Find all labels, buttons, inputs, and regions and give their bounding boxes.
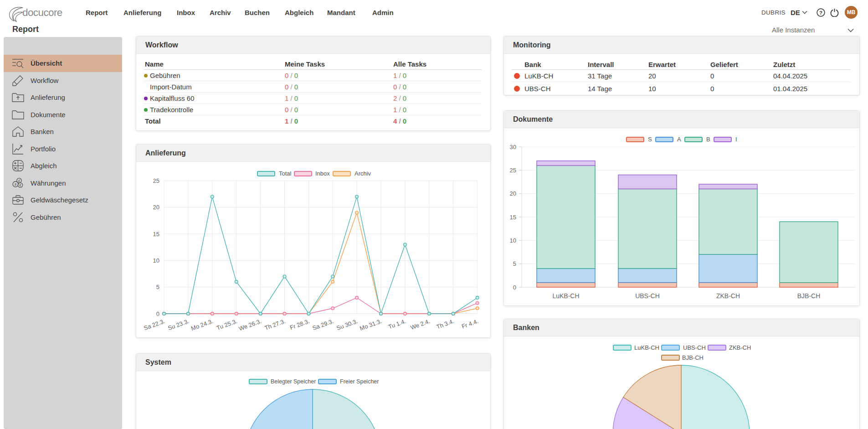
- svg-text:10: 10: [510, 237, 516, 244]
- svg-text:25: 25: [153, 177, 159, 184]
- svg-text:We 26.3.: We 26.3.: [238, 318, 262, 332]
- svg-text:Mo 31.3.: Mo 31.3.: [359, 318, 383, 332]
- svg-text:€: €: [19, 183, 21, 187]
- svg-text:Sa 22.3.: Sa 22.3.: [143, 318, 166, 332]
- svg-text:15: 15: [510, 214, 516, 221]
- svg-text:0: 0: [513, 284, 516, 291]
- svg-text:Fr 4.4.: Fr 4.4.: [461, 318, 479, 330]
- svg-text:Su 30.3.: Su 30.3.: [335, 318, 359, 332]
- svg-text:BJB-CH: BJB-CH: [797, 292, 821, 300]
- svg-text:0: 0: [156, 310, 159, 317]
- svg-text:£: £: [18, 179, 21, 183]
- svg-text:Fr 28.3.: Fr 28.3.: [289, 318, 310, 331]
- svg-text:Sa 29.3.: Sa 29.3.: [312, 318, 335, 332]
- svg-text:Mo 24.3.: Mo 24.3.: [190, 318, 214, 332]
- svg-text:?: ?: [819, 10, 822, 16]
- svg-text:We 2.4.: We 2.4.: [410, 318, 431, 331]
- svg-text:Th 27.3.: Th 27.3.: [264, 318, 287, 331]
- svg-text:5: 5: [156, 284, 159, 290]
- svg-text:LuKB-CH: LuKB-CH: [552, 292, 579, 300]
- svg-text:ZKB-CH: ZKB-CH: [716, 292, 740, 300]
- svg-text:30: 30: [510, 144, 516, 150]
- svg-text:10: 10: [153, 257, 159, 264]
- svg-text:Tu 25.3.: Tu 25.3.: [216, 318, 238, 331]
- svg-text:Su 23.3.: Su 23.3.: [167, 318, 190, 332]
- svg-text:$: $: [14, 182, 17, 186]
- svg-text:5: 5: [513, 260, 516, 267]
- svg-text:Tu 1.4.: Tu 1.4.: [387, 318, 407, 331]
- svg-text:Th 3.4.: Th 3.4.: [436, 318, 455, 331]
- svg-text:20: 20: [153, 204, 159, 211]
- svg-text:UBS-CH: UBS-CH: [635, 292, 660, 300]
- svg-text:20: 20: [510, 190, 516, 197]
- svg-text:15: 15: [153, 231, 159, 238]
- svg-text:25: 25: [510, 167, 516, 174]
